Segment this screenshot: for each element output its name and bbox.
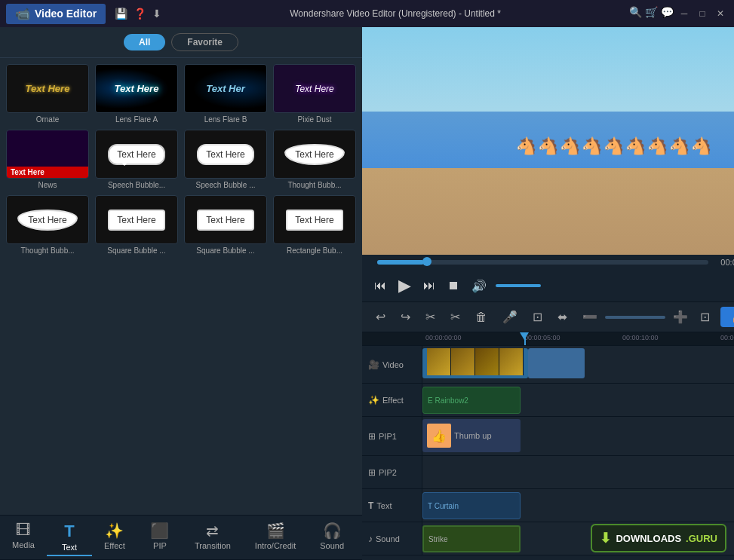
tab-effect[interactable]: ✨ Effect [92,519,137,556]
main-layout: All Favorite Text Here Ornate [0,27,734,560]
template-thought-a[interactable]: Text Here Thought Bubb... [273,130,356,189]
undo-button[interactable]: ↩ [371,308,390,326]
track-label-text-sound: Sound [376,534,400,543]
effect-clip-rainbow[interactable]: E Rainbow2 [422,387,521,414]
template-pixie-dust[interactable]: Text Here Pixie Dust [273,64,356,124]
text-clip-curtain[interactable]: T Curtain [422,492,521,519]
camera-icon: 📹 [15,7,30,21]
template-thumb-ornate: Text Here [6,64,89,113]
cut-button[interactable]: ✂ [446,308,465,326]
ruler-mark-2: 00:00:10:00 [622,334,659,341]
templates-scroll[interactable]: Text Here Ornate Text Here Lens Flare A [0,58,362,515]
edit-button[interactable]: ✂ [421,308,440,326]
right-panel: 🐴🐴🐴🐴🐴🐴🐴🐴🐴 00:00:05 / 00:00:35 ⏮ ▶ ⏭ ⏹ 🔊 … [362,27,734,560]
ruler-mark-3: 00:00:15:00 [720,334,734,341]
seek-bar[interactable] [377,260,708,265]
intro-icon: 🎬 [266,522,285,540]
all-filter-button[interactable]: All [124,34,165,50]
rewind-button[interactable]: ⏮ [371,277,389,294]
pip2-track-icon: ⊞ [368,467,376,478]
close-button[interactable]: ✕ [713,6,728,21]
tab-intro-label: Intro/Credit [255,541,296,550]
volume-button[interactable]: 🔊 [468,277,490,295]
video-controls: ⏮ ▶ ⏭ ⏹ 🔊 📷 ⛶ [362,270,734,301]
template-thumb-square-a: Text Here [95,195,178,244]
detach-button[interactable]: ⊡ [528,308,547,326]
pip-icon: ⬛ [150,522,169,540]
toolbar-tabs: 🎞 Media T Text ✨ Effect ⬛ PIP ⇄ Transiti… [0,515,362,560]
download-icon[interactable]: ⬇ [152,8,161,20]
template-square-a[interactable]: Text Here Square Bubble ... [95,195,178,255]
template-lensflare-a[interactable]: Text Here Lens Flare A [95,64,178,124]
forward-frame-button[interactable]: ⏭ [420,277,438,294]
template-ornate[interactable]: Text Here Ornate [6,64,89,124]
template-label-speech-a: Speech Bubble... [108,181,165,189]
split-button[interactable]: ⬌ [553,308,572,326]
pip1-track-icon: ⊞ [368,431,376,442]
template-rect[interactable]: Text Here Rectangle Bub... [273,195,356,255]
track-label-pip2: ⊞ PIP2 [362,456,422,488]
template-thumb-speech-b: Text Here [184,130,267,179]
track-label-text-pip2: PIP2 [379,468,397,477]
tab-intro[interactable]: 🎬 Intro/Credit [243,519,308,556]
track-content-text[interactable]: T Curtain [422,489,734,522]
effect-clip-label: E Rainbow2 [428,396,468,405]
video-preview: 🐴🐴🐴🐴🐴🐴🐴🐴🐴 [362,27,734,255]
zoom-out-button[interactable]: ➖ [578,308,602,326]
template-news[interactable]: Text Here News [6,130,89,189]
fit-button[interactable]: ⊡ [696,308,714,326]
track-content-video[interactable] [422,346,734,383]
search-icon[interactable]: 🔍 [629,6,642,21]
record-button[interactable]: 🎤 [498,308,522,326]
tab-text[interactable]: T Text [47,519,92,556]
sound-clip-strike[interactable]: Strike [422,525,521,552]
track-content-pip1[interactable]: 👍 Thumb up [422,417,734,455]
delete-button[interactable]: 🗑 [471,309,492,326]
template-thumb-rect: Text Here [273,195,356,244]
pip-clip-thumbup[interactable]: 👍 Thumb up [422,419,521,452]
maximize-button[interactable]: □ [695,6,710,21]
pip-clip-thumbnail: 👍 [427,424,451,448]
tab-transition[interactable]: ⇄ Transition [183,519,243,556]
template-square-b[interactable]: Text Here Square Bubble ... [184,195,267,255]
tab-media[interactable]: 🎞 Media [0,519,47,556]
save-icon[interactable]: 💾 [115,8,127,20]
template-speech-b[interactable]: Text Here Speech Bubble ... [184,130,267,189]
window-title: Wondershare Video Editor (Unregistered) … [161,8,629,19]
track-content-effect[interactable]: E Rainbow2 [422,384,734,416]
templates-grid: Text Here Ornate Text Here Lens Flare A [6,64,356,255]
tab-sound[interactable]: 🎧 Sound [308,519,356,556]
template-label-thought-b: Thought Bubb... [20,246,74,255]
export-button[interactable]: 📤 Export [720,307,734,327]
cart-icon[interactable]: 🛒 [645,6,658,21]
zoom-controls: ➖ ➕ ⊡ [578,308,714,326]
template-thought-b[interactable]: Text Here Thought Bubb... [6,195,89,255]
zoom-in-button[interactable]: ➕ [668,308,693,326]
template-thumb-thought-b: Text Here [6,195,89,244]
video-clip-main[interactable] [422,348,528,378]
template-lensflare-b[interactable]: Text Her Lens Flare B [184,64,267,124]
tab-pip[interactable]: ⬛ PIP [137,519,183,556]
zoom-slider[interactable] [605,316,665,319]
template-speech-a[interactable]: Text Here Speech Bubble... [95,130,178,189]
redo-button[interactable]: ↪ [396,308,415,326]
track-label-text-pip1: PIP1 [379,432,397,441]
minimize-button[interactable]: ─ [677,6,692,21]
track-label-effect: ✨ Effect [362,384,422,416]
favorite-filter-button[interactable]: Favorite [171,33,238,51]
chat-icon[interactable]: 💬 [661,6,674,21]
track-content-pip2[interactable] [422,456,734,488]
play-button[interactable]: ▶ [395,274,414,297]
track-row-effect: ✨ Effect E Rainbow2 [362,384,734,417]
track-label-sound: ♪ Sound [362,522,422,555]
help-icon[interactable]: ❓ [134,8,146,20]
volume-slider[interactable] [496,284,541,287]
stop-button[interactable]: ⏹ [444,277,462,294]
seek-thumb[interactable] [422,257,431,266]
playhead-line [524,332,526,345]
track-row-text: T Text T Curtain [362,489,734,522]
video-clip-ext[interactable] [528,348,585,378]
template-label-lensflare-a: Lens Flare A [115,115,158,124]
template-label-thought-a: Thought Bubb... [287,181,341,189]
template-thumb-speech-a: Text Here [95,130,178,179]
